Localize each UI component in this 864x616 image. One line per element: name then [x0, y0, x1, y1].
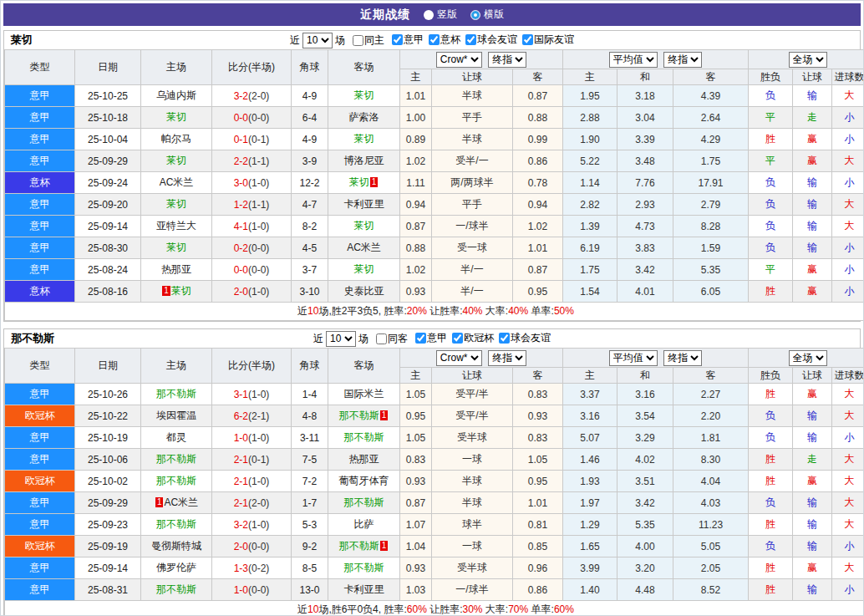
- odds-cell: 1.01: [513, 237, 563, 259]
- table-row: 意甲25-09-23那不勒斯3-2(1-0)5-3比萨1.07球半0.811.2…: [5, 514, 864, 536]
- same-venue-filter[interactable]: 同主: [348, 33, 384, 48]
- recent-count-select[interactable]: 10: [326, 331, 356, 347]
- average-odds-cell: 8.30: [673, 449, 749, 471]
- team-label: 莱切: [354, 89, 374, 101]
- odds-cell: 平手: [432, 194, 513, 216]
- odds-cell: 1.02: [400, 150, 432, 172]
- league-checkbox[interactable]: [522, 34, 533, 45]
- average-odds-cell: 8.52: [673, 579, 749, 601]
- odds-cell: 0.93: [513, 405, 563, 427]
- league-checkbox[interactable]: [499, 333, 510, 344]
- away-team-cell: 莱切: [328, 259, 400, 281]
- layout-option-vertical[interactable]: 竖版: [424, 8, 457, 22]
- same-venue-label: 同客: [388, 332, 408, 346]
- red-card-badge: 1: [155, 497, 164, 507]
- average-odds-cell: 6.19: [563, 237, 618, 259]
- full-match-select[interactable]: 全场: [789, 52, 827, 68]
- halftime-score: (1-0): [248, 221, 269, 232]
- team-label: 史泰比亚: [344, 285, 384, 297]
- average-select[interactable]: 平均值: [609, 52, 658, 68]
- same-venue-checkbox[interactable]: [376, 333, 387, 344]
- fullmatch-group-header: 全场: [749, 349, 864, 368]
- league-cell: 意甲: [5, 579, 75, 601]
- home-team-cell: 曼彻斯特城: [141, 536, 212, 557]
- team-label: 莱切: [166, 155, 186, 166]
- result-goals-cell: 小: [832, 579, 864, 601]
- team-name: 那不勒斯: [11, 331, 54, 346]
- score-cell: 3-2(2-0): [212, 85, 292, 107]
- same-venue-filter[interactable]: 同客: [371, 332, 408, 346]
- summary-segment: 大率:: [483, 305, 509, 317]
- league-cell: 欧冠杯: [5, 536, 75, 557]
- average-select[interactable]: 平均值: [609, 350, 658, 366]
- odds-cell: 一/球半: [432, 216, 513, 237]
- final-odds-select-2[interactable]: 终指: [663, 350, 702, 366]
- average-odds-cell: 5.05: [673, 536, 749, 557]
- result-goals-cell: 小: [832, 536, 864, 557]
- league-filter[interactable]: 国际友谊: [517, 33, 574, 47]
- league-filter[interactable]: 球会友谊: [460, 33, 517, 47]
- final-odds-select[interactable]: 终指: [488, 350, 526, 366]
- result-goals-cell: 大: [832, 150, 864, 172]
- summary-segment: 大率:: [483, 603, 509, 615]
- odds-cell: 0.83: [513, 384, 563, 405]
- league-filter[interactable]: 意甲: [410, 331, 447, 345]
- corner-cell: 13-0: [292, 579, 328, 601]
- crow-company-select[interactable]: Crow*: [436, 52, 482, 68]
- average-odds-cell: 11.23: [673, 514, 749, 536]
- league-checkbox[interactable]: [465, 34, 476, 45]
- away-team-cell: 史泰比亚: [328, 281, 400, 303]
- league-checkbox[interactable]: [452, 333, 463, 344]
- home-team-cell: 乌迪内斯: [141, 85, 212, 107]
- fulltime-score: 2-1: [234, 497, 248, 509]
- result-winloss-cell: 胜: [749, 557, 793, 579]
- odds-cell: 1.11: [400, 172, 432, 194]
- home-team-cell: 1莱切: [141, 281, 212, 303]
- odds-cell: 1.03: [400, 579, 432, 601]
- league-filter[interactable]: 意甲: [387, 33, 424, 47]
- final-odds-select-2[interactable]: 终指: [663, 52, 702, 68]
- league-filter[interactable]: 球会友谊: [494, 331, 551, 345]
- league-filter[interactable]: 意杯: [424, 33, 460, 47]
- odds-cell: 0.95: [513, 471, 563, 492]
- result-handicap-cell: 输: [793, 237, 832, 259]
- average-odds-cell: 1.75: [563, 259, 618, 281]
- recent-count-select[interactable]: 10: [302, 33, 333, 48]
- table-row: 意甲25-08-24热那亚0-0(0-0)3-7莱切1.02半/一0.871.7…: [5, 259, 864, 281]
- average-odds-cell: 3.83: [618, 237, 673, 259]
- result-goals-cell: 大: [832, 514, 864, 536]
- corner-cell: 3-10: [292, 281, 328, 303]
- team-label: 萨索洛: [349, 111, 379, 123]
- league-cell: 意甲: [5, 514, 75, 536]
- same-venue-checkbox[interactable]: [353, 35, 363, 46]
- table-row: 欧冠杯25-10-22埃因霍温6-2(2-1)4-8那不勒斯10.95受平/半0…: [5, 405, 864, 427]
- result-goals-cell: 小: [832, 427, 864, 449]
- halftime-score: (0-0): [248, 584, 269, 596]
- halftime-score: (2-1): [248, 410, 269, 422]
- odds-cell: 1.02: [400, 259, 432, 281]
- games-label: 场: [358, 332, 368, 346]
- radio-icon[interactable]: [424, 10, 434, 20]
- home-team-cell: 帕尔马: [141, 129, 212, 150]
- league-checkbox[interactable]: [415, 333, 426, 344]
- league-filter[interactable]: 欧冠杯: [447, 331, 494, 345]
- crow-company-select[interactable]: Crow*: [436, 350, 482, 366]
- layout-option-horizontal[interactable]: 横版: [470, 8, 504, 22]
- radio-selected-icon[interactable]: [470, 10, 480, 20]
- col-date: 日期: [75, 50, 141, 85]
- team-label: 比萨: [354, 518, 374, 530]
- odds-cell: 0.93: [400, 281, 432, 303]
- halftime-score: (0-1): [248, 454, 269, 466]
- league-checkbox[interactable]: [392, 34, 403, 45]
- league-label: 意甲: [404, 33, 424, 47]
- col-result-wl: 胜负: [749, 69, 793, 85]
- away-team-cell: 莱切1: [328, 172, 400, 194]
- score-cell: 4-1(1-0): [212, 216, 292, 237]
- final-odds-select[interactable]: 终指: [488, 52, 526, 68]
- date-cell: 25-10-04: [75, 129, 141, 150]
- team-label: 那不勒斯: [156, 388, 196, 400]
- result-goals-cell: 小: [832, 259, 864, 281]
- league-checkbox[interactable]: [429, 34, 440, 45]
- corner-cell: 3-9: [292, 150, 328, 172]
- full-match-select[interactable]: 全场: [789, 350, 827, 366]
